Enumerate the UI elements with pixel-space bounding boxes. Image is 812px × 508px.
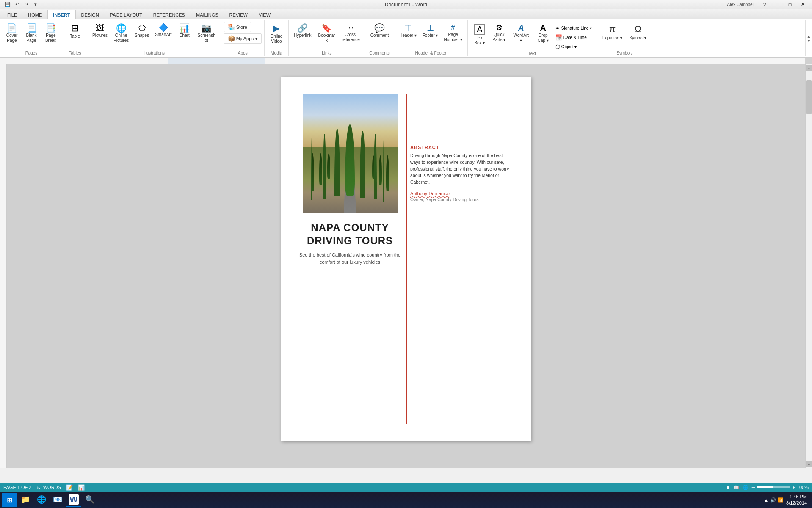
comment-btn[interactable]: 💬 Comment bbox=[368, 22, 391, 40]
doc-right-column: ABSTRACT Driving through Napa County is … bbox=[410, 94, 514, 424]
smartart-btn[interactable]: 🔷 SmartArt bbox=[152, 22, 174, 39]
qat-more-btn[interactable]: ▾ bbox=[31, 1, 40, 8]
window-title: Document1 - Word bbox=[385, 2, 427, 8]
layout-normal-btn[interactable]: ■ bbox=[727, 485, 730, 490]
save-qat-btn[interactable]: 💾 bbox=[3, 1, 12, 8]
undo-qat-btn[interactable]: ↶ bbox=[13, 1, 21, 8]
taskbar-file-explorer[interactable]: 📁 bbox=[18, 493, 33, 507]
status-right[interactable]: ■ 📖 🌐 ─ + 100% bbox=[727, 485, 809, 490]
wordart-btn[interactable]: A WordArt ▾ bbox=[509, 22, 533, 45]
text-box-btn[interactable]: A TextBox ▾ bbox=[470, 22, 489, 47]
table-btn[interactable]: ⊞ Table bbox=[66, 22, 84, 41]
symbols-group-label: Symbols bbox=[616, 51, 632, 56]
layout-reading-btn[interactable]: 📖 bbox=[733, 485, 739, 490]
network-icon[interactable]: 📶 bbox=[778, 497, 784, 503]
notifications-icon[interactable]: ▲ bbox=[764, 497, 768, 502]
header-btn[interactable]: ⊤ Header ▾ bbox=[397, 22, 419, 40]
ribbon-group-apps: 🏪 Store 📦 My Apps ▾ Apps bbox=[221, 20, 265, 56]
taskbar-word[interactable]: W bbox=[66, 493, 81, 507]
zoom-control[interactable]: ─ + 100% bbox=[752, 485, 809, 490]
page-number-btn[interactable]: # PageNumber ▾ bbox=[441, 22, 464, 44]
hyperlink-btn[interactable]: 🔗 Hyperlink bbox=[291, 22, 314, 40]
maximize-btn[interactable]: □ bbox=[784, 0, 796, 9]
chart-btn[interactable]: 📊 Chart bbox=[175, 22, 194, 40]
clock[interactable]: 1:46 PM 8/12/2014 bbox=[786, 494, 807, 507]
footer-btn[interactable]: ⊥ Footer ▾ bbox=[420, 22, 441, 40]
tab-review[interactable]: REVIEW bbox=[224, 10, 253, 19]
tab-view[interactable]: VIEW bbox=[253, 10, 276, 19]
footer-icon: ⊥ bbox=[427, 24, 434, 32]
title-bar: 💾 ↶ ↷ ▾ Document1 - Word Alex Campbell ?… bbox=[0, 0, 812, 9]
ribbon-scroll-up[interactable]: ▲ bbox=[807, 34, 811, 39]
shapes-btn[interactable]: ⬠ Shapes bbox=[132, 22, 152, 40]
start-button[interactable]: ⊞ bbox=[2, 493, 17, 507]
tab-design[interactable]: DESIGN bbox=[76, 10, 105, 19]
ribbon-scroll-down[interactable]: ▼ bbox=[807, 39, 811, 43]
redo-qat-btn[interactable]: ↷ bbox=[22, 1, 30, 8]
ribbon-tabs[interactable]: FILE HOME INSERT DESIGN PAGE LAYOUT REFE… bbox=[0, 9, 812, 19]
scroll-thumb[interactable] bbox=[806, 80, 812, 114]
drop-cap-btn[interactable]: A DropCap ▾ bbox=[534, 22, 552, 45]
online-video-btn[interactable]: ▶ OnlineVideo bbox=[267, 22, 286, 46]
cross-reference-icon: ↔ bbox=[347, 24, 355, 31]
cover-page-icon: 📄 bbox=[7, 24, 17, 32]
taskbar[interactable]: ⊞ 📁 🌐 📧 W 🔍 ▲ 🔊 📶 1:46 PM 8/12/2014 bbox=[0, 492, 812, 508]
svg-rect-1 bbox=[168, 58, 265, 64]
zoom-out-btn[interactable]: ─ bbox=[752, 485, 755, 490]
author-title: Owner, Napa County Driving Tours bbox=[410, 197, 514, 202]
equation-icon: π bbox=[609, 24, 616, 35]
tab-mailings[interactable]: MAILINGS bbox=[191, 10, 224, 19]
taskbar-chrome[interactable]: 🌐 bbox=[34, 493, 49, 507]
document-page[interactable]: NAPA COUNTY DRIVING TOURS See the best o… bbox=[281, 77, 531, 441]
page-break-icon: 📑 bbox=[46, 24, 56, 32]
ribbon-scroll[interactable]: ▲ ▼ bbox=[805, 20, 812, 56]
search-taskbar-icon: 🔍 bbox=[85, 495, 94, 504]
symbol-btn[interactable]: Ω Symbol ▾ bbox=[626, 22, 649, 42]
online-pictures-btn[interactable]: 🌐 OnlinePictures bbox=[111, 22, 131, 45]
equation-btn[interactable]: π Equation ▾ bbox=[599, 22, 625, 42]
document-area[interactable]: NAPA COUNTY DRIVING TOURS See the best o… bbox=[7, 64, 805, 468]
scroll-up-btn[interactable]: ▲ bbox=[806, 65, 812, 71]
symbol-icon: Ω bbox=[635, 24, 641, 35]
chrome-icon: 🌐 bbox=[37, 495, 46, 504]
tab-references[interactable]: REFERENCES bbox=[148, 10, 191, 19]
zoom-slider[interactable] bbox=[757, 486, 790, 488]
object-btn[interactable]: ⬡ Object ▾ bbox=[553, 42, 594, 51]
quick-parts-btn[interactable]: ⚙ QuickParts ▾ bbox=[490, 22, 508, 44]
sys-tray[interactable]: ▲ 🔊 📶 bbox=[764, 497, 784, 503]
tab-page-layout[interactable]: PAGE LAYOUT bbox=[105, 10, 148, 19]
date-time-btn[interactable]: 📅 Date & Time bbox=[553, 33, 594, 42]
signature-line-btn[interactable]: ✒ Signature Line ▾ bbox=[553, 24, 594, 33]
header-icon: ⊤ bbox=[404, 24, 412, 32]
page-break-btn[interactable]: 📑 PageBreak bbox=[41, 22, 60, 45]
pages-buttons[interactable]: 📄 CoverPage 📃 BlankPage 📑 PageBreak bbox=[3, 21, 60, 51]
taskbar-search[interactable]: 🔍 bbox=[82, 493, 97, 507]
ribbon: 📄 CoverPage 📃 BlankPage 📑 PageBreak Page… bbox=[0, 19, 812, 58]
bookmark-btn[interactable]: 🔖 Bookmark bbox=[315, 22, 339, 45]
my-apps-btn[interactable]: 📦 My Apps ▾ bbox=[224, 33, 262, 44]
close-btn[interactable]: ✕ bbox=[797, 0, 809, 9]
pictures-btn[interactable]: 🖼 Pictures bbox=[90, 22, 110, 40]
blank-page-btn[interactable]: 📃 BlankPage bbox=[22, 22, 41, 45]
window-controls[interactable]: Alex Campbell ? ─ □ ✕ bbox=[727, 0, 809, 9]
vertical-scrollbar[interactable]: ▲ ▼ bbox=[805, 64, 812, 468]
volume-icon[interactable]: 🔊 bbox=[770, 497, 776, 503]
quick-access-toolbar[interactable]: 💾 ↶ ↷ ▾ bbox=[3, 1, 40, 8]
taskbar-outlook[interactable]: 📧 bbox=[50, 493, 65, 507]
tab-insert[interactable]: INSERT bbox=[47, 10, 75, 19]
screenshot-btn[interactable]: 📷 Screenshot bbox=[195, 22, 218, 45]
ribbon-group-links: 🔗 Hyperlink 🔖 Bookmark ↔ Cross-reference… bbox=[289, 20, 365, 56]
tab-home[interactable]: HOME bbox=[22, 10, 47, 19]
scroll-down-btn[interactable]: ▼ bbox=[806, 461, 812, 467]
minimize-btn[interactable]: ─ bbox=[771, 0, 783, 9]
zoom-in-btn[interactable]: + bbox=[792, 485, 795, 490]
store-btn[interactable]: 🏪 Store bbox=[224, 22, 251, 32]
cross-reference-btn[interactable]: ↔ Cross-reference bbox=[340, 22, 362, 44]
screenshot-icon: 📷 bbox=[201, 24, 212, 32]
cover-page-btn[interactable]: 📄 CoverPage bbox=[3, 22, 21, 45]
help-btn[interactable]: ? bbox=[759, 0, 771, 9]
tab-file[interactable]: FILE bbox=[2, 10, 22, 19]
online-pictures-icon: 🌐 bbox=[116, 24, 127, 32]
layout-web-btn[interactable]: 🌐 bbox=[743, 485, 748, 490]
zoom-slider-fill bbox=[757, 486, 773, 488]
